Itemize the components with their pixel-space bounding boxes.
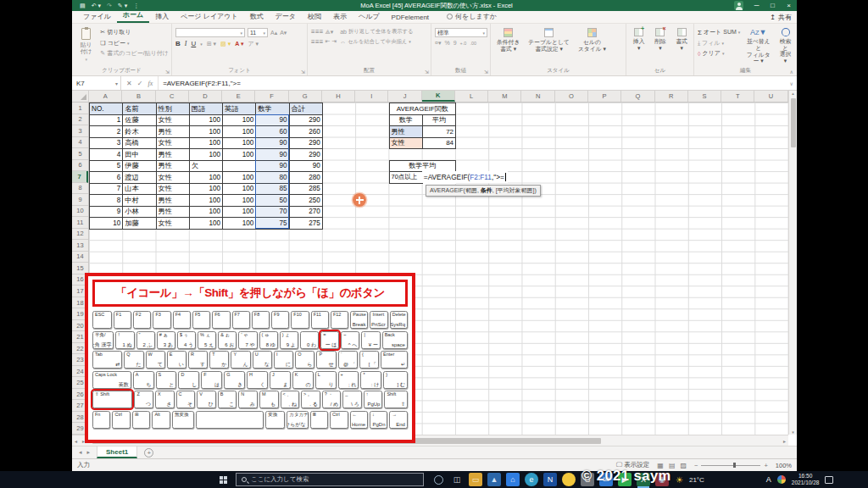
copy-button[interactable]: ❏コピー▾ [100, 39, 169, 47]
formula-bar-expand-icon[interactable]: ∨ [787, 76, 797, 90]
weather-temperature[interactable]: 21°C [689, 476, 704, 484]
math-average-title-cell[interactable]: 数学平均 [390, 161, 457, 173]
table-cell[interactable]: 女性 [157, 172, 190, 184]
table-cell[interactable]: 275 [290, 218, 323, 230]
table-cell[interactable]: 4 [90, 149, 123, 161]
yellow-app-icon[interactable] [562, 473, 576, 486]
maximize-button[interactable]: □ [765, 0, 781, 11]
scroll-up-icon[interactable]: ▴ [792, 91, 794, 96]
cell-styles-button[interactable]: セルのスタイル ▾ [576, 26, 609, 66]
table-cell[interactable]: 女性 [157, 218, 190, 230]
close-button[interactable]: × [781, 0, 797, 11]
paste-button[interactable]: 貼り付け▾ [75, 26, 97, 66]
table-header-cell[interactable]: 性別 [157, 103, 190, 115]
table-header-cell[interactable]: 合計 [290, 103, 323, 115]
column-header-D[interactable]: D [189, 91, 222, 102]
column-header-H[interactable]: H [322, 91, 355, 102]
table-cell[interactable]: 鈴木 [123, 126, 156, 138]
cortana-icon[interactable] [434, 475, 443, 485]
sort-filter-button[interactable]: AZ▼ 並べ替えとフィルター ▾ [743, 26, 773, 66]
formula-input[interactable]: =AVERAGEIF(F2:F11,">= [159, 76, 786, 90]
table-cell[interactable]: 100 [223, 149, 256, 161]
save-icon[interactable]: ▤ [80, 3, 86, 9]
table-cell[interactable]: 7 [90, 184, 123, 196]
column-header-I[interactable]: I [355, 91, 388, 102]
table-cell[interactable]: 女性 [157, 115, 190, 127]
task-view-icon[interactable]: ◫ [450, 473, 464, 486]
table-header-cell[interactable]: 英語 [223, 103, 256, 115]
table-cell[interactable]: 100 [223, 138, 256, 150]
table-cell[interactable]: 100 [190, 115, 223, 127]
italic-button[interactable]: I [185, 40, 187, 47]
edge-icon[interactable]: e [525, 473, 538, 486]
page-break-view-icon[interactable]: ▨ [680, 462, 687, 469]
tab-表示[interactable]: 表示 [327, 11, 353, 23]
row-header-7[interactable]: 7 [72, 171, 88, 183]
table-cell[interactable]: 2 [90, 126, 123, 138]
table-cell[interactable]: 100 [223, 115, 256, 127]
font-name-select[interactable]: ▾ [175, 28, 245, 37]
table-header-cell[interactable]: 数学 [256, 103, 289, 115]
indent-icons[interactable]: ⇤ ⇥ [325, 38, 337, 45]
table-cell[interactable]: 280 [290, 172, 323, 184]
table-cell[interactable]: 中村 [123, 195, 156, 207]
column-header-C[interactable]: C [156, 91, 189, 102]
percent-style-icon[interactable]: % [444, 40, 449, 46]
redo-icon[interactable]: ↷ [107, 3, 112, 9]
row-header-3[interactable]: 3 [72, 125, 88, 137]
bold-button[interactable]: B [175, 40, 181, 47]
table-cell[interactable]: 100 [223, 184, 256, 196]
row-header-9[interactable]: 9 [72, 194, 88, 206]
cut-button[interactable]: ✂切り取り [100, 28, 169, 36]
insert-cells-button[interactable]: + 挿入 ▾ [630, 26, 648, 66]
table-cell[interactable]: 100 [190, 184, 223, 196]
table-cell[interactable]: 男性 [157, 195, 190, 207]
comma-style-icon[interactable]: 9 [453, 40, 457, 46]
table-header-cell[interactable]: 国語 [190, 103, 223, 115]
above-70-label-cell[interactable]: 70点以上 [390, 172, 423, 184]
column-header-J[interactable]: J [388, 91, 421, 102]
tray-app-icon[interactable] [777, 475, 786, 484]
table-cell[interactable]: 270 [290, 207, 323, 219]
row-header-5[interactable]: 5 [72, 148, 88, 160]
photos-icon[interactable]: ▲ [487, 473, 501, 486]
grow-font-icon[interactable]: A▴ [270, 30, 277, 36]
table-cell[interactable]: 欠 [190, 161, 223, 173]
table-cell[interactable]: 100 [190, 218, 223, 230]
borders-icon[interactable]: ⊞ ▾ [207, 41, 216, 47]
ime-indicator[interactable]: A [766, 475, 771, 484]
column-header-N[interactable]: N [521, 91, 554, 102]
merge-center-button[interactable]: ⇔セルを結合して中央揃え▾ [340, 38, 428, 46]
row-header-2[interactable]: 2 [72, 114, 88, 126]
table-cell[interactable]: 260 [290, 126, 323, 138]
find-select-button[interactable]: 検索と選択 ▾ [776, 26, 794, 66]
column-header-E[interactable]: E [222, 91, 255, 102]
tell-me-box[interactable]: 何をしますか [447, 12, 497, 23]
tab-ヘルプ[interactable]: ヘルプ [353, 11, 386, 23]
align-left-center-right-icons[interactable]: ≡ ≡ ≡ [311, 38, 322, 46]
table-cell[interactable]: 渡辺 [123, 172, 156, 184]
font-size-select[interactable]: 11▾ [248, 28, 268, 37]
next-sheet-icon[interactable]: ▸ [87, 449, 91, 456]
row-header-8[interactable]: 8 [72, 183, 88, 195]
font-color-icon[interactable]: A ▾ [235, 41, 243, 47]
table-cell[interactable]: 10 [90, 218, 123, 230]
zoom-level[interactable]: 100% [776, 462, 792, 469]
increase-decimal-icon[interactable]: +.0 [460, 41, 467, 46]
table-cell[interactable]: 佐藤 [123, 115, 156, 127]
table-cell[interactable]: 女性 [157, 138, 190, 150]
shrink-font-icon[interactable]: A▾ [280, 30, 287, 36]
qat-more-icon[interactable]: ⋮ [133, 3, 139, 9]
fill-button[interactable]: ⤓フィル▾ [698, 39, 740, 47]
prev-sheet-icon[interactable]: ◂ [79, 449, 82, 456]
new-sheet-button[interactable]: + [144, 448, 153, 458]
minimize-button[interactable]: ─ [748, 0, 765, 11]
table-cell[interactable]: 100 [223, 195, 256, 207]
table-header-cell[interactable]: NO. [90, 103, 123, 115]
collapse-ribbon-icon[interactable]: ∧ [790, 69, 793, 75]
fill-color-icon[interactable]: ▨ ▾ [220, 41, 231, 47]
align-top-icons[interactable]: ≡ ≡ ≡ [311, 28, 322, 36]
vertical-scroll-thumb[interactable] [791, 98, 796, 147]
table-cell[interactable]: 90 [290, 161, 323, 173]
format-cells-button[interactable]: 書式 ▾ [673, 26, 691, 66]
